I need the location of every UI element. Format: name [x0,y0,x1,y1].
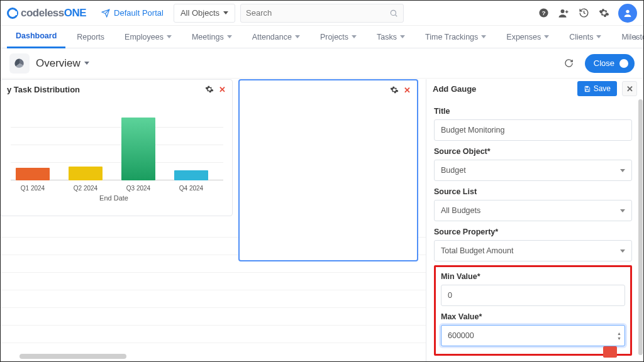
label-title: Title [434,107,632,116]
label-max-value: Max Value* [441,312,625,321]
history-icon[interactable] [578,8,589,19]
close-icon[interactable]: ✕ [622,81,637,96]
add-user-icon[interactable] [558,8,569,19]
nav-tabs: DashboardReportsEmployeesMeetingsAttenda… [1,26,643,48]
chevron-down-icon [227,35,232,38]
chevron-down-icon [596,35,601,38]
bar-chart: End Date Q1 2024Q2 2024Q3 2024Q4 2024 [4,99,223,199]
x-tick: Q1 2024 [8,185,58,192]
x-tick: Q3 2024 [113,185,164,192]
source-list-select[interactable]: All Budgets [434,200,632,221]
search-icon [389,9,398,18]
tab-projects[interactable]: Projects [311,26,365,48]
top-bar: codelessONE Default Portal All Objects ? [1,1,643,26]
source-property-select[interactable]: Total Budget Amount [434,240,632,261]
label-min-value: Min Value* [441,272,625,281]
svg-point-0 [391,10,396,15]
close-label: Close [594,58,614,68]
tab-time-trackings[interactable]: Time Trackings [416,26,495,48]
svg-rect-6 [586,89,588,91]
x-tick: Q2 2024 [60,185,111,192]
dashboard-canvas[interactable]: y Task Distribution ✕ End Date Q1 2024Q2… [1,79,426,361]
value-range-highlight: Min Value* Max Value* ▲▼ [434,265,632,356]
max-value-field[interactable] [441,325,625,346]
brand-text-2: ONE [64,7,86,19]
search-input[interactable] [246,8,389,18]
bar-q1-2024 [16,168,50,180]
chevron-down-icon [167,35,172,38]
save-icon [584,85,591,92]
svg-point-4 [626,9,629,13]
range-color-swatch[interactable] [603,346,617,358]
source-object-select[interactable]: Budget [434,160,632,181]
label-source-property: Source Property* [434,228,632,236]
tab-expenses[interactable]: Expenses [497,26,558,48]
help-icon[interactable]: ? [538,8,549,19]
bar-q2-2024 [69,167,103,180]
brand-logo: codelessONE [7,7,86,19]
gear-icon[interactable] [205,85,214,94]
toggle-knob [619,59,628,68]
chevron-down-icon [223,11,228,14]
x-axis-title: End Date [4,194,223,202]
tab-clients[interactable]: Clients [560,26,610,48]
remove-icon[interactable]: ✕ [219,85,226,94]
chevron-down-icon [620,169,625,172]
bar-q3-2024 [121,118,155,180]
h-scrollbar[interactable] [19,354,126,359]
min-value-field[interactable] [441,285,625,306]
nav-scroll-right[interactable]: › [631,32,641,41]
portal-name: Default Portal [114,8,164,18]
object-filter[interactable]: All Objects [174,4,235,23]
chevron-down-icon [84,62,89,65]
search-box[interactable] [240,4,404,23]
page-title[interactable]: Overview [36,57,89,70]
panel-title: Add Gauge [433,84,476,94]
save-label: Save [594,84,611,93]
avatar[interactable] [618,4,637,23]
page-bar: Overview Close [1,48,643,79]
widget-task-distribution[interactable]: y Task Distribution ✕ End Date Q1 2024Q2… [1,79,233,216]
portal-selector[interactable]: Default Portal [101,8,164,18]
config-panel: Add Gauge Save ✕ Title Source Object* Bu… [426,79,643,361]
x-tick: Q4 2024 [166,185,216,192]
label-source-list: Source List [434,187,632,196]
gear-icon[interactable] [390,85,399,95]
chevron-down-icon [295,35,300,38]
label-source-object: Source Object* [434,147,632,156]
widget-title: y Task Distribution [7,85,80,94]
bar-q4-2024 [174,170,208,180]
refresh-button[interactable] [560,54,579,73]
topbar-actions: ? [538,4,637,23]
remove-icon[interactable]: ✕ [404,85,411,95]
tab-dashboard[interactable]: Dashboard [7,26,65,48]
close-button[interactable]: Close [585,54,635,73]
page-title-text: Overview [36,57,80,70]
chevron-down-icon [544,35,549,38]
widget-new-gauge[interactable]: ✕ [238,79,418,261]
title-field[interactable] [434,119,632,141]
tab-tasks[interactable]: Tasks [368,26,414,48]
gear-icon[interactable] [598,8,609,19]
chevron-down-icon [400,35,405,38]
brand-text-1: codeless [21,7,64,19]
tab-reports[interactable]: Reports [68,26,113,48]
send-icon [101,9,110,18]
svg-point-3 [561,9,565,13]
save-button[interactable]: Save [577,81,617,96]
brand-icon [7,8,18,19]
svg-text:?: ? [541,9,545,16]
chevron-down-icon [481,35,486,38]
chevron-down-icon [352,35,357,38]
chevron-down-icon [620,209,625,212]
tab-meetings[interactable]: Meetings [183,26,241,48]
tab-attendance[interactable]: Attendance [243,26,309,48]
tab-employees[interactable]: Employees [116,26,180,48]
svg-rect-5 [586,86,588,87]
pie-icon [9,53,30,74]
number-stepper[interactable]: ▲▼ [617,331,621,341]
workspace: y Task Distribution ✕ End Date Q1 2024Q2… [1,79,643,361]
chevron-down-icon [620,250,625,253]
object-filter-label: All Objects [180,8,219,18]
